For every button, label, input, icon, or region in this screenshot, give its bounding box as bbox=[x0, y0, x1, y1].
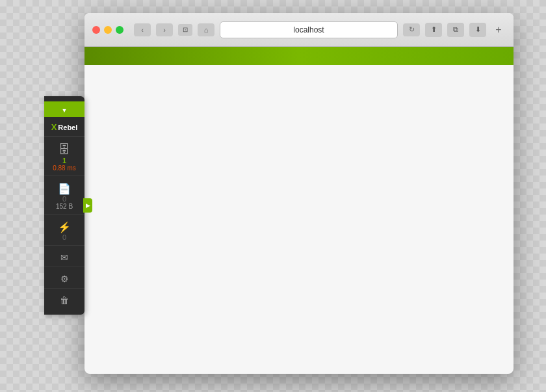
address-bar[interactable]: localhost bbox=[220, 21, 398, 38]
sidebar-perf-count: 0 bbox=[62, 233, 66, 241]
sidebar-io-bytes: 152 B bbox=[56, 203, 73, 210]
tab-view-button[interactable]: ⊡ bbox=[178, 24, 192, 36]
sidebar-item-perf[interactable]: ⚡ 0 bbox=[44, 217, 84, 246]
forward-button[interactable]: › bbox=[156, 23, 173, 36]
xrebel-x: X bbox=[51, 122, 57, 132]
xrebel-rebel: Rebel bbox=[58, 124, 77, 131]
traffic-light-minimize[interactable] bbox=[104, 26, 112, 34]
sidebar-item-mail[interactable]: ✉ bbox=[44, 248, 84, 267]
share-button[interactable]: ⬆ bbox=[425, 23, 442, 37]
sidebar-calls-count: 1 bbox=[62, 157, 66, 164]
browser-window: ‹ › ⊡ ⌂ localhost ↻ ⬆ ⧉ ⬇ + ✕ ≡ Input / … bbox=[84, 13, 514, 374]
traffic-light-fullscreen[interactable] bbox=[116, 26, 124, 34]
sidebar-io-count: 0 bbox=[62, 195, 66, 203]
sidebar-calls-duration: 0.88 ms bbox=[53, 164, 76, 172]
sidebar-item-calls[interactable]: 🗄 1 0.88 ms bbox=[44, 139, 84, 176]
sidebar-item-settings[interactable]: ⚙ bbox=[44, 270, 84, 289]
sidebar-toggle[interactable]: ▶ bbox=[83, 198, 92, 213]
green-header bbox=[84, 47, 514, 65]
xrebel-sidebar: ▼ X Rebel 🗄 1 0.88 ms 📄 0 152 B ⚡ 0 ✉ ⚙ … bbox=[44, 96, 84, 315]
browser-chrome: ‹ › ⊡ ⌂ localhost ↻ ⬆ ⧉ ⬇ + bbox=[84, 13, 514, 47]
home-button[interactable]: ⌂ bbox=[198, 23, 214, 36]
sidebar-item-trash[interactable]: 🗑 bbox=[44, 291, 84, 309]
address-text: localhost bbox=[293, 25, 324, 34]
download-button[interactable]: ⬇ bbox=[469, 23, 486, 37]
back-button[interactable]: ‹ bbox=[134, 23, 151, 36]
xrebel-logo-area: X Rebel bbox=[44, 120, 84, 137]
reload-button[interactable]: ↻ bbox=[403, 23, 420, 36]
add-tab-button[interactable]: + bbox=[491, 23, 506, 37]
traffic-lights bbox=[92, 26, 124, 34]
sidebar-item-io[interactable]: 📄 0 152 B bbox=[44, 179, 84, 215]
traffic-light-close[interactable] bbox=[92, 26, 100, 34]
tabs-button[interactable]: ⧉ bbox=[447, 23, 464, 37]
